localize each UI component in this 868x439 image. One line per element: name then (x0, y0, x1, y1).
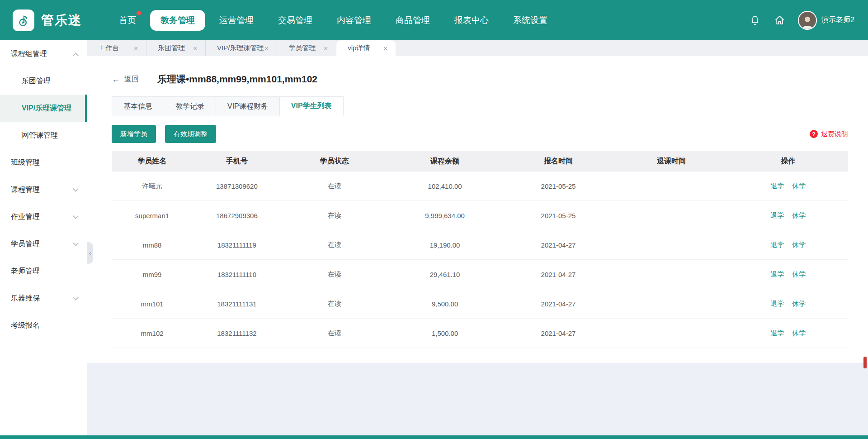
add-student-button[interactable]: 新增学员 (112, 125, 156, 143)
open-tab-workbench[interactable]: 工作台 × (87, 40, 146, 56)
close-icon[interactable]: × (192, 44, 198, 52)
detail-tabs: 基本信息 教学记录 VIP课程财务 VIP学生列表 (112, 96, 848, 116)
table-cell: superman1 (112, 212, 193, 220)
actions-row: 新增学员 有效期调整 ? 退费说明 (112, 125, 848, 143)
close-icon[interactable]: × (264, 44, 269, 52)
suspend-link[interactable]: 休学 (792, 182, 806, 190)
tab-vip-student-list[interactable]: VIP学生列表 (279, 96, 344, 116)
column-header-phone: 手机号 (193, 157, 281, 166)
table-cell-actions: 退学休学 (728, 182, 848, 191)
sidebar-item-course[interactable]: 课程管理 (0, 176, 87, 203)
tab-teaching-records[interactable]: 教学记录 (164, 96, 216, 116)
table-header-row: 学员姓名 手机号 学员状态 课程余额 报名时间 退课时间 操作 (112, 151, 848, 172)
back-arrow-icon: ← (112, 75, 120, 84)
user-menu[interactable]: 演示老师2 (798, 11, 854, 30)
table-row: 许曦元13871309620在读102,410.002021-05-25退学休学 (112, 172, 848, 201)
table-cell: 在读 (281, 241, 388, 249)
top-navbar: 管乐迷 首页 教务管理 运营管理 交易管理 内容管理 商品管理 报表中心 系统设… (0, 0, 868, 40)
open-tab-orchestra[interactable]: 乐团管理 × (146, 40, 206, 56)
sidebar-item-homework[interactable]: 作业管理 (0, 203, 87, 230)
main-area: 工作台 × 乐团管理 × VIP/乐理课管理 × 学员管理 × vip详情 (87, 40, 868, 439)
tab-vip-finance[interactable]: VIP课程财务 (216, 96, 280, 116)
table-cell: 18321111110 (193, 271, 281, 278)
table-cell: mm88 (112, 241, 193, 249)
chevron-up-icon (73, 52, 79, 58)
withdraw-link[interactable]: 退学 (770, 211, 784, 219)
question-icon: ? (810, 130, 818, 138)
sidebar-item-class[interactable]: 班级管理 (0, 149, 87, 176)
nav-item-content[interactable]: 内容管理 (326, 10, 382, 31)
refund-note-link[interactable]: ? 退费说明 (810, 130, 848, 138)
suspend-link[interactable]: 休学 (792, 211, 806, 219)
table-cell: 18321111131 (193, 300, 281, 308)
logo-icon (13, 10, 34, 31)
suspend-link[interactable]: 休学 (792, 329, 806, 337)
sidebar-item-orchestra[interactable]: 乐团管理 (0, 67, 87, 95)
suspend-link[interactable]: 休学 (792, 241, 806, 248)
sidebar-item-vip-theory[interactable]: VIP/乐理课管理 (0, 95, 87, 122)
table-cell: 29,461.10 (388, 271, 502, 278)
nav-item-reports[interactable]: 报表中心 (444, 10, 499, 31)
nav-item-operations[interactable]: 运营管理 (209, 10, 264, 31)
home-icon[interactable] (774, 14, 785, 26)
nav-item-academic[interactable]: 教务管理 (150, 10, 205, 31)
withdraw-link[interactable]: 退学 (770, 300, 784, 307)
tab-basic-info[interactable]: 基本信息 (112, 96, 164, 116)
table-cell-actions: 退学休学 (728, 241, 848, 249)
table-cell: 在读 (281, 329, 388, 338)
table-row: mm10118321111131在读9,500.002021-04-27退学休学 (112, 289, 848, 319)
sidebar: 课程组管理 乐团管理 VIP/乐理课管理 网管课管理 班级管理 课程管理 作业管… (0, 40, 87, 439)
scrollbar-thumb[interactable] (863, 357, 867, 368)
sidebar-item-online-course[interactable]: 网管课管理 (0, 122, 87, 149)
table-cell: 2021-04-27 (502, 241, 614, 249)
back-button[interactable]: ← 返回 (112, 75, 139, 84)
suspend-link[interactable]: 休学 (792, 270, 806, 278)
chevron-down-icon (73, 186, 79, 192)
chevron-down-icon (73, 295, 79, 301)
content-pane: ← 返回 乐理课•mm88,mm99,mm101,mm102 基本信息 教学记录… (87, 56, 868, 363)
suspend-link[interactable]: 休学 (792, 300, 806, 307)
table-cell: 9,500.00 (388, 300, 502, 308)
open-tab-vip-detail[interactable]: vip详情 × (336, 40, 396, 56)
close-icon[interactable]: × (382, 44, 388, 52)
table-cell: 许曦元 (112, 182, 193, 191)
table-cell: 在读 (281, 270, 388, 279)
student-table: 学员姓名 手机号 学员状态 课程余额 报名时间 退课时间 操作 许曦元13871… (112, 151, 848, 348)
close-icon[interactable]: × (323, 44, 329, 52)
nav-item-settings[interactable]: 系统设置 (503, 10, 558, 31)
brand-logo[interactable]: 管乐迷 (13, 10, 108, 31)
column-header-balance: 课程余额 (388, 157, 502, 166)
close-icon[interactable]: × (133, 44, 139, 52)
sidebar-item-teachers[interactable]: 老师管理 (0, 258, 87, 285)
table-row: mm9918321111110在读29,461.102021-04-27退学休学 (112, 260, 848, 289)
sidebar-item-exam-registration[interactable]: 考级报名 (0, 312, 87, 339)
open-tabs-bar: 工作台 × 乐团管理 × VIP/乐理课管理 × 学员管理 × vip详情 (87, 40, 868, 56)
column-header-actions: 操作 (728, 157, 848, 166)
table-cell-actions: 退学休学 (728, 329, 848, 338)
sidebar-item-course-group[interactable]: 课程组管理 (0, 40, 87, 67)
open-tab-vip-theory[interactable]: VIP/乐理课管理 × (206, 40, 277, 56)
open-tab-students[interactable]: 学员管理 × (277, 40, 336, 56)
table-cell: 19,190.00 (388, 241, 502, 249)
sidebar-item-students[interactable]: 学员管理 (0, 230, 87, 258)
chevron-down-icon (73, 240, 79, 246)
nav-item-transactions[interactable]: 交易管理 (268, 10, 323, 31)
sidebar-item-instrument-maintenance[interactable]: 乐器维保 (0, 285, 87, 312)
table-cell: 9,999,634.00 (388, 212, 502, 220)
main-menu: 首页 教务管理 运营管理 交易管理 内容管理 商品管理 报表中心 系统设置 (108, 10, 558, 31)
withdraw-link[interactable]: 退学 (770, 329, 784, 337)
table-cell: mm102 (112, 329, 193, 337)
table-cell: 在读 (281, 182, 388, 191)
adjust-validity-button[interactable]: 有效期调整 (165, 125, 216, 143)
bell-icon[interactable] (749, 14, 761, 26)
withdraw-link[interactable]: 退学 (770, 270, 784, 278)
withdraw-link[interactable]: 退学 (770, 241, 784, 248)
nav-item-home[interactable]: 首页 (108, 10, 146, 31)
withdraw-link[interactable]: 退学 (770, 182, 784, 190)
table-row: superman118672909306在读9,999,634.002021-0… (112, 201, 848, 230)
nav-item-products[interactable]: 商品管理 (385, 10, 440, 31)
table-cell: 2021-04-27 (502, 300, 614, 308)
table-body: 许曦元13871309620在读102,410.002021-05-25退学休学… (112, 172, 848, 348)
sidebar-collapse-handle[interactable]: ‹ (87, 242, 93, 264)
brand-name: 管乐迷 (41, 12, 82, 29)
